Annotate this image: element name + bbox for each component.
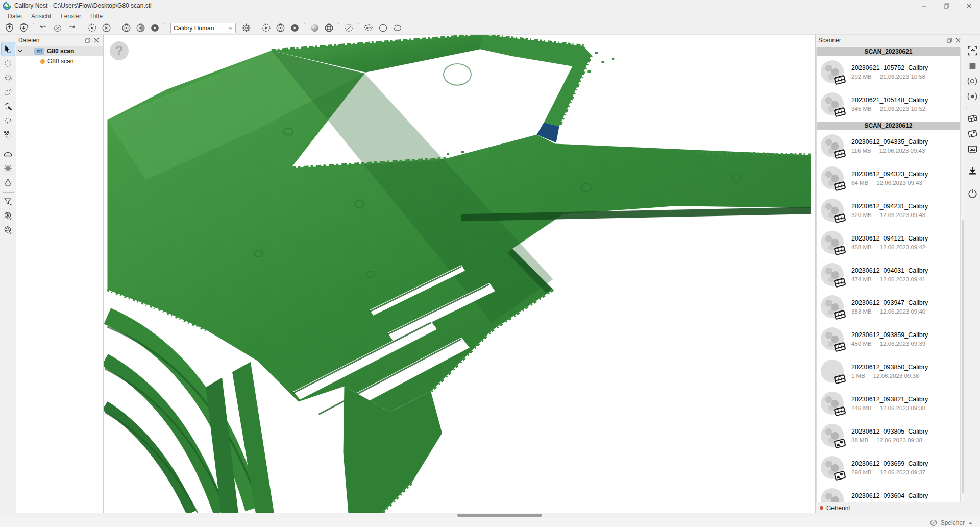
profile-select[interactable]: Calibry Human [170,23,236,33]
simplify-mesh-button[interactable] [2,209,15,222]
scan-thumbnail [821,295,844,318]
scan-item[interactable]: 20230612_093604_Calibry 227 MB12.06.2023… [817,485,960,502]
scan-item[interactable]: 20230612_094031_Calibry 474 MB12.06.2023… [817,260,960,289]
power-button[interactable] [966,186,979,200]
circle-select-button[interactable] [2,57,15,70]
sphere-play-button[interactable] [148,22,162,34]
viewport-3d[interactable]: ? [104,35,815,513]
scan-item[interactable]: 20230612_093659_Calibry 298 MB12.06.2023… [817,453,960,482]
download-scans-button[interactable] [966,164,979,178]
stop-scan-button[interactable] [966,59,979,73]
fit-scan-view-button[interactable] [966,44,979,57]
storage-status-icon [930,519,937,526]
bridge-tool-button[interactable] [2,147,15,160]
play-dashed-button[interactable] [85,22,99,34]
scan-thumbnail [821,392,844,415]
optimize-mesh-button[interactable] [2,223,15,236]
settings-gear-button[interactable] [239,22,253,34]
scan-name: 20230612_094335_Calibry [851,138,928,146]
sphere-outline-button[interactable] [376,22,390,34]
file-root-label: G80 scan [47,47,74,55]
close-button[interactable] [958,0,980,11]
horizontal-scrollbar-thumb[interactable] [457,514,542,517]
wireframe-view-button[interactable] [322,22,336,34]
window-title: Calibry Nest - C:\Users\Flow\Desktop\G80… [14,2,152,9]
texture-image-button[interactable] [966,142,979,156]
sphere-icon [311,24,318,32]
lasso-select-button[interactable] [2,114,15,127]
float-panel-button[interactable] [83,36,92,44]
markers-mode-button[interactable] [966,127,979,140]
minimize-button[interactable] [913,0,935,11]
restore-button[interactable] [935,0,958,11]
horizontal-scrollbar[interactable] [0,513,980,518]
scanner-scrollbar[interactable] [961,47,964,502]
disable-texture-button[interactable] [341,22,356,34]
ellipse-select-button[interactable] [2,71,15,84]
scan-item[interactable]: 20230612_093859_Calibry 450 MB12.06.2023… [817,324,960,353]
scan-mode-filled-button[interactable] [966,90,979,103]
close-panel-button[interactable] [953,36,962,44]
mesh-cleanup-button[interactable] [361,22,376,34]
help-button[interactable]: ? [110,41,129,60]
cancel-button[interactable] [51,22,65,34]
scan-item[interactable]: 20230621_105148_Calibry 345 MB21.06.2023… [817,89,960,118]
toolbar-separator [966,183,978,183]
scan-thumbnail [821,92,844,115]
scan-item[interactable]: 20230612_093805_Calibry 38 MB12.06.2023 … [817,421,960,450]
rough-mesh-button[interactable] [390,22,404,34]
globe-play-button[interactable] [119,22,133,34]
import-shield-button[interactable] [2,22,16,34]
redo-button[interactable] [65,22,79,34]
scan-item[interactable]: 20230612_093947_Calibry 383 MB12.06.2023… [817,292,960,321]
scanner-toolbar [965,35,980,513]
toolbar-separator [966,108,978,109]
scan-name: 20230612_094231_Calibry [851,203,928,210]
float-panel-button[interactable] [945,36,953,44]
scan-item[interactable]: 20230612_093850_Calibry 1 MB12.06.2023 0… [817,356,960,386]
scanner-scrollbar-thumb[interactable] [962,220,964,493]
sphere-play-2-button[interactable] [287,22,302,34]
file-tree-child-row[interactable]: G80 scan [16,56,103,66]
undo-button[interactable] [36,22,51,34]
scan-mode-outline-button[interactable] [966,75,979,88]
scan-thumbnail [821,424,844,447]
film-mode-button[interactable] [966,112,979,125]
cut-selection-button[interactable] [2,128,15,141]
filter-tool-button[interactable] [2,195,15,208]
globe-play-2-button[interactable] [273,22,287,34]
chevron-down-icon[interactable] [18,50,22,53]
scan-item[interactable]: 20230612_094323_Calibry 64 MB12.06.2023 … [817,163,960,193]
magic-wand-select-button[interactable] [2,100,15,113]
select-tool-button[interactable] [2,42,15,56]
play-dashed-2-button[interactable] [259,22,273,34]
file-tree-root-row[interactable]: stl G80 scan [16,46,103,56]
film-icon [834,278,846,288]
fill-holes-tool-button[interactable] [2,161,15,175]
scan-item[interactable]: 20230612_094335_Calibry 116 MB12.06.2023… [817,131,960,160]
globe-play-half-button[interactable] [133,22,148,34]
chevron-down-icon [228,27,233,30]
scan-group-header: SCAN_20230612 [817,122,960,130]
scan-item[interactable]: 20230621_105752_Calibry 292 MB21.06.2023… [817,57,960,86]
menu-datei[interactable]: Datei [4,12,26,21]
chevron-up-icon[interactable] [968,521,973,524]
scan-item[interactable]: 20230612_094231_Calibry 320 MB12.06.2023… [817,196,960,225]
smooth-tool-button[interactable] [2,176,15,189]
export-shield-button[interactable] [16,22,31,34]
play-button[interactable] [99,22,113,34]
polygon-select-button[interactable] [2,85,15,99]
scan-item[interactable]: 20230612_093821_Calibry 246 MB12.06.2023… [817,389,960,418]
stl-badge: stl [34,48,44,55]
film-icon [834,342,846,352]
scan-date: 12.06.2023 09:43 [876,180,922,186]
scan-date: 12.06.2023 09:37 [880,469,926,475]
close-panel-button[interactable] [92,36,101,44]
menu-hilfe[interactable]: Hilfe [87,12,106,21]
scanner-connection-status: Getrennt [816,503,965,513]
disconnected-status-icon [820,506,823,510]
shaded-view-button[interactable] [307,22,322,34]
scan-item[interactable]: 20230612_094121_Calibry 458 MB12.06.2023… [817,228,960,257]
menu-fenster[interactable]: Fenster [57,12,85,21]
menu-ansicht[interactable]: Ansicht [28,12,55,21]
